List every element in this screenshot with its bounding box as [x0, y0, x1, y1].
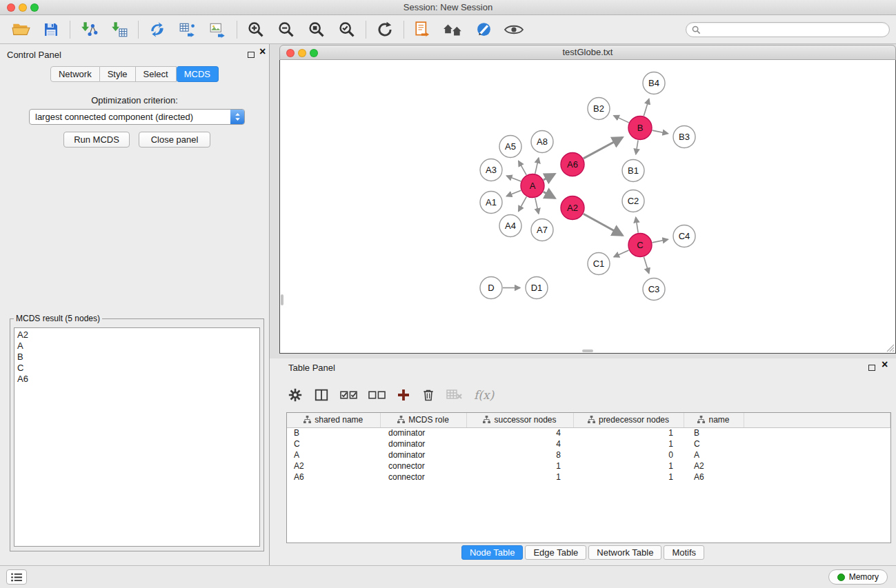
graph-edge-C-C4[interactable]: [653, 239, 668, 243]
tab-motifs[interactable]: Motifs: [664, 545, 704, 560]
zoom-in-icon[interactable]: [242, 17, 270, 42]
run-mcds-button[interactable]: Run MCDS: [63, 132, 130, 148]
graph-edge-A-A5[interactable]: [519, 161, 527, 174]
network-from-table-icon[interactable]: [174, 17, 201, 42]
add-icon[interactable]: [397, 388, 410, 402]
close-panel-button[interactable]: Close panel: [139, 132, 210, 148]
network-canvas[interactable]: AA6A2BCA1A3A4A5A7A8B1B2B3B4C1C2C3C4DD1: [279, 60, 896, 354]
open-folder-icon[interactable]: [7, 17, 34, 42]
network-graph[interactable]: AA6A2BCA1A3A4A5A7A8B1B2B3B4C1C2C3C4DD1: [280, 60, 895, 353]
table-header-row: shared nameMCDS rolesuccessor nodesprede…: [287, 413, 890, 427]
graph-edge-B-B1[interactable]: [636, 140, 638, 154]
graph-node-label-B: B: [637, 123, 644, 133]
table-row-A2[interactable]: A2connector11A2: [287, 460, 890, 472]
result-item[interactable]: A2: [17, 330, 257, 341]
column-header-MCDS-role[interactable]: MCDS role: [380, 413, 466, 427]
graph-edge-B-B3[interactable]: [653, 130, 668, 134]
network-close-button[interactable]: [286, 49, 295, 57]
import-network-icon[interactable]: [75, 17, 103, 42]
zoom-window-button[interactable]: [30, 3, 39, 12]
home-icon[interactable]: [439, 17, 467, 42]
column-header-shared-name[interactable]: shared name: [287, 413, 380, 427]
table-float-panel-icon[interactable]: [868, 365, 875, 371]
tab-mcds[interactable]: MCDS: [177, 66, 219, 82]
graph-edge-A-A1[interactable]: [506, 190, 521, 196]
tab-select[interactable]: Select: [136, 66, 177, 82]
float-panel-icon[interactable]: [248, 52, 255, 58]
graph-edge-A-A8[interactable]: [535, 158, 539, 174]
tab-node-table[interactable]: Node Table: [461, 545, 524, 560]
graph-edge-C-C3[interactable]: [644, 257, 648, 274]
toolbar-separator: [70, 21, 70, 39]
function-icon[interactable]: f(x): [474, 388, 494, 402]
close-window-button[interactable]: [7, 3, 15, 12]
criterion-dropdown[interactable]: largest connected component (directed): [29, 109, 245, 125]
graph-edge-A-A3[interactable]: [506, 176, 521, 181]
export-document-icon[interactable]: [409, 17, 437, 42]
settings-gear-icon[interactable]: [288, 387, 303, 403]
save-icon[interactable]: [37, 17, 65, 42]
refresh-icon[interactable]: [371, 17, 399, 42]
table-row-A6[interactable]: A6connector11A6: [287, 472, 890, 483]
graph-edge-C-C2[interactable]: [636, 217, 639, 233]
graph-node-label-B1: B1: [628, 165, 639, 176]
graph-edge-A2-C[interactable]: [584, 214, 623, 235]
network-window-titlebar[interactable]: testGlobe.txt: [279, 45, 896, 60]
mcds-result-list[interactable]: A2ABCA6: [14, 327, 260, 547]
network-minimize-button[interactable]: [298, 49, 306, 57]
tab-style[interactable]: Style: [100, 66, 136, 82]
graph-edge-C-C1[interactable]: [614, 250, 629, 257]
horizontal-scrollbar[interactable]: [582, 349, 593, 352]
zoom-fit-icon[interactable]: [303, 17, 330, 42]
tab-network[interactable]: Network: [50, 66, 100, 82]
zoom-selected-icon[interactable]: [333, 17, 361, 42]
table-row-C[interactable]: Cdominator41C: [287, 438, 890, 449]
delete-table-icon[interactable]: [446, 388, 463, 402]
graph-node-label-C: C: [637, 240, 643, 250]
graph-edge-A-A2[interactable]: [544, 192, 555, 198]
task-history-icon[interactable]: [6, 569, 27, 585]
graph-edge-B-B2[interactable]: [614, 116, 629, 123]
zoom-out-icon[interactable]: [272, 17, 300, 42]
split-view-icon[interactable]: [314, 387, 329, 403]
result-item[interactable]: A: [17, 341, 257, 352]
result-item[interactable]: A6: [17, 374, 257, 385]
column-header-name[interactable]: name: [684, 413, 744, 427]
tab-edge-table[interactable]: Edge Table: [525, 545, 586, 560]
search-input[interactable]: [704, 25, 884, 34]
export-image-icon[interactable]: [204, 17, 232, 42]
show-hide-icon[interactable]: [500, 17, 528, 42]
table-row-A[interactable]: Adominator80A: [287, 449, 890, 460]
graph-edge-A-A4[interactable]: [519, 196, 527, 211]
graph-edge-A-A7[interactable]: [535, 198, 539, 214]
graph-node-label-A5: A5: [505, 141, 516, 152]
column-header-filler: [744, 413, 890, 427]
minimize-window-button[interactable]: [19, 3, 27, 12]
toolbar-separator: [138, 21, 139, 39]
delete-icon[interactable]: [421, 387, 435, 403]
import-table-icon[interactable]: [106, 17, 133, 42]
graph-edge-A6-B[interactable]: [584, 137, 623, 159]
network-zoom-button[interactable]: [310, 49, 318, 57]
table-row-B[interactable]: Bdominator41B: [287, 427, 890, 438]
graph-edge-A-A6[interactable]: [544, 174, 555, 180]
graphics-details-icon[interactable]: [470, 17, 497, 42]
column-header-predecessor-nodes[interactable]: predecessor nodes: [573, 413, 684, 427]
deselect-all-icon[interactable]: [368, 389, 386, 401]
graph-node-label-A3: A3: [486, 165, 497, 175]
select-all-icon[interactable]: [340, 389, 357, 401]
resize-grip-icon[interactable]: [886, 343, 895, 352]
close-panel-icon[interactable]: ×: [259, 46, 266, 57]
apply-layout-icon[interactable]: [143, 17, 171, 42]
toolbar-separator: [366, 21, 366, 39]
search-field[interactable]: [686, 22, 890, 37]
vertical-scrollbar[interactable]: [281, 294, 283, 305]
column-header-successor-nodes[interactable]: successor nodes: [466, 413, 573, 427]
result-item[interactable]: B: [17, 352, 257, 363]
graph-edge-B-B4[interactable]: [644, 99, 649, 116]
memory-button[interactable]: Memory: [828, 569, 888, 585]
tab-network-table[interactable]: Network Table: [588, 545, 661, 560]
control-panel-title: Control Panel: [7, 50, 61, 60]
table-close-panel-icon[interactable]: ×: [882, 359, 888, 370]
result-item[interactable]: C: [17, 363, 257, 374]
